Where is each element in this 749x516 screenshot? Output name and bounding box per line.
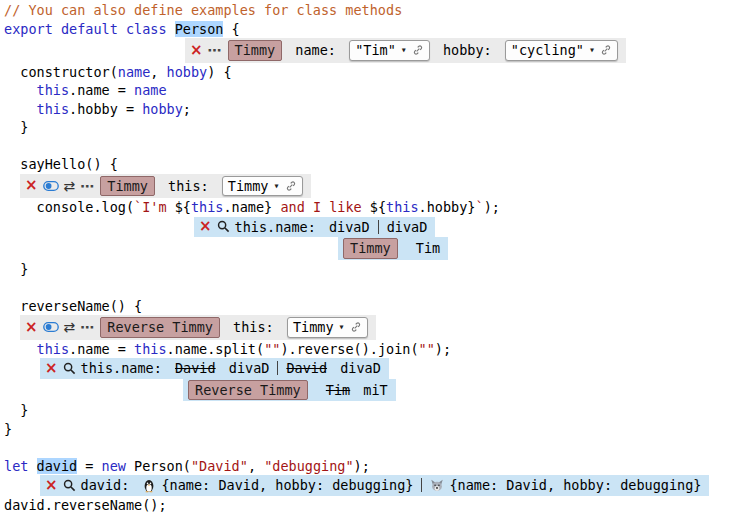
code-token: ); <box>435 341 451 357</box>
code-line: export default class Person { <box>4 20 749 39</box>
code-token <box>4 341 37 357</box>
code-token <box>4 101 37 117</box>
code-token: name <box>134 82 167 98</box>
inline-result: ×this.name: David divaDDavid divaD <box>40 358 389 379</box>
inline-result-line: Timmy Tim <box>4 237 749 260</box>
value-dropdown[interactable]: "cycling"▾ <box>505 40 618 61</box>
code-token: .name = <box>69 82 134 98</box>
code-line: reverseName() { <box>4 297 749 316</box>
example-tag[interactable]: Reverse Timmy <box>100 317 220 338</box>
inline-result: Timmy Tim <box>338 237 448 260</box>
more-icon[interactable]: ⋯ <box>80 320 95 334</box>
penguin-emoji-icon <box>142 478 156 493</box>
wolf-emoji-icon <box>430 478 444 493</box>
code-token <box>4 82 37 98</box>
code-token: } <box>4 119 28 135</box>
code-token: Person( <box>126 458 191 474</box>
code-token: this <box>37 341 70 357</box>
code-line: david.reverseName(); <box>4 496 749 515</box>
code-line: this.name = name <box>4 81 749 100</box>
example-tag[interactable]: Reverse Timmy <box>188 380 308 401</box>
code-token: reverseName() { <box>4 298 142 314</box>
swap-icon[interactable]: ⇄ <box>64 320 76 334</box>
swap-icon[interactable]: ⇄ <box>64 179 76 193</box>
close-icon[interactable]: × <box>25 178 38 193</box>
blank-line <box>4 137 749 156</box>
example-tag[interactable]: Timmy <box>343 238 398 259</box>
example-widget: ×⇄⋯Timmy this: Timmy▾ <box>20 174 311 199</box>
code-token: this <box>191 199 224 215</box>
code-token: } <box>4 402 28 418</box>
code-token: "" <box>419 341 435 357</box>
more-icon[interactable]: ⋯ <box>80 179 95 193</box>
blank-line <box>4 278 749 297</box>
code-token: export default class <box>4 21 167 37</box>
toggle-icon[interactable] <box>43 321 59 333</box>
code-line: } <box>4 260 749 279</box>
code-token <box>167 21 175 37</box>
link-icon <box>600 44 612 56</box>
search-icon[interactable] <box>63 362 76 375</box>
code-token: .name.split( <box>167 341 265 357</box>
value-dropdown[interactable]: Timmy▾ <box>222 176 303 197</box>
close-icon[interactable]: × <box>199 219 212 234</box>
result-value: David <box>286 359 327 378</box>
code-token: { <box>223 21 239 37</box>
code-token: let <box>4 458 28 474</box>
close-icon[interactable]: × <box>25 320 38 335</box>
dropdown-value: Timmy <box>293 318 334 337</box>
code-token: ${ <box>370 199 386 215</box>
code-token: } <box>467 199 475 215</box>
code-token: Person <box>175 21 224 37</box>
code-token: `I'm <box>134 199 175 215</box>
code-token: ).reverse().join( <box>280 341 418 357</box>
result-value: divaD <box>221 359 270 378</box>
inline-result-line: Reverse Timmy Tim miT <box>4 379 749 402</box>
code-token: ` <box>476 199 484 215</box>
inline-result: ×david: {name: David, hobby: debugging}{… <box>40 475 709 496</box>
code-token: hobby <box>142 101 183 117</box>
code-line: this.hobby = hobby; <box>4 100 749 119</box>
search-icon[interactable] <box>217 220 230 233</box>
value-divider <box>277 361 278 375</box>
code-line: } <box>4 420 749 439</box>
close-icon[interactable]: × <box>190 43 203 58</box>
more-icon[interactable]: ⋯ <box>208 43 223 57</box>
code-token: , <box>150 64 166 80</box>
code-token: ) { <box>207 64 231 80</box>
inline-result-line: ×david: {name: David, hobby: debugging}{… <box>4 475 749 496</box>
toggle-icon[interactable] <box>43 180 59 192</box>
search-icon[interactable] <box>63 479 76 492</box>
inline-result: Reverse Timmy Tim miT <box>183 379 396 402</box>
value-divider <box>378 220 379 234</box>
close-icon[interactable]: × <box>45 361 58 376</box>
value-dropdown[interactable]: Timmy▾ <box>287 317 368 338</box>
spacer <box>403 239 411 258</box>
code-token: .name <box>223 199 264 215</box>
code-token: "" <box>264 341 280 357</box>
code-token: sayHello() { <box>4 156 118 172</box>
code-token: ; <box>183 101 191 117</box>
link-icon <box>285 180 297 192</box>
result-label: this.name: <box>235 218 324 237</box>
result-label: david: <box>81 476 138 495</box>
code-token: "debugging" <box>264 458 353 474</box>
field-label: name: <box>287 41 344 60</box>
example-widget-line: ×⇄⋯Timmy this: Timmy▾ <box>4 174 749 199</box>
dropdown-value: "Tim" <box>355 41 396 60</box>
example-tag[interactable]: Timmy <box>100 176 155 197</box>
example-tag[interactable]: Timmy <box>228 40 283 61</box>
code-token: this <box>386 199 419 215</box>
value-dropdown[interactable]: "Tim"▾ <box>349 40 430 61</box>
inline-result: ×this.name: divaDdivaD <box>194 217 435 238</box>
code-token: } <box>4 261 28 277</box>
code-token: .name = <box>69 341 134 357</box>
result-value: Tim <box>416 239 440 258</box>
spacer <box>313 381 321 400</box>
code-token: = <box>77 458 101 474</box>
example-widget-line: ×⋯Timmy name: "Tim"▾ hobby: "cycling"▾ <box>4 38 749 63</box>
code-token <box>28 458 36 474</box>
example-widget: ×⇄⋯Reverse Timmy this: Timmy▾ <box>20 315 376 340</box>
code-token: constructor( <box>4 64 118 80</box>
close-icon[interactable]: × <box>45 478 58 493</box>
